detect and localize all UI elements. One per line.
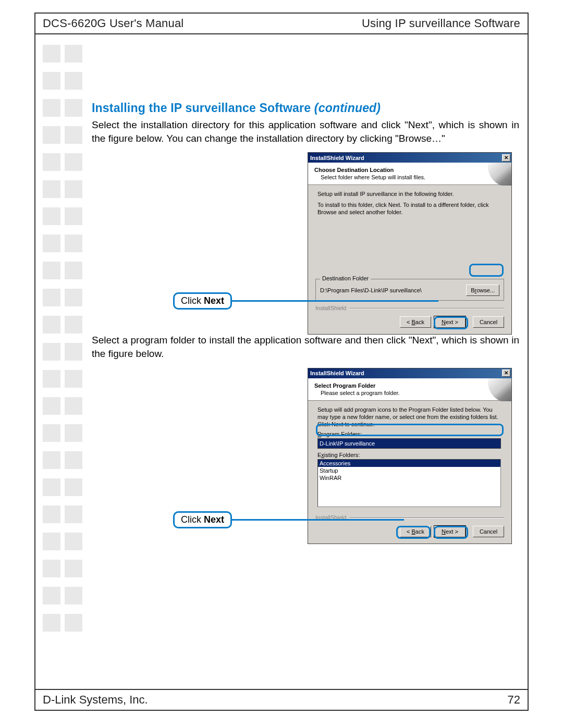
browse-button[interactable]: Browse... <box>466 285 499 296</box>
list-item[interactable]: WinRAR <box>318 474 500 482</box>
section-title-continued: (continued) <box>314 101 381 115</box>
callout-click-next-1: Click Next <box>173 292 438 310</box>
list-item[interactable]: Accessories <box>318 460 500 467</box>
list-item[interactable]: Startup <box>318 467 500 474</box>
highlight-browse <box>469 264 504 277</box>
wizard1-body-line2: To install to this folder, click Next. T… <box>317 201 502 216</box>
footer-company: D-Link Systems, Inc. <box>43 693 148 707</box>
cancel-button[interactable]: Cancel <box>473 316 504 328</box>
existing-folders-list[interactable]: Accessories Startup WinRAR <box>317 459 501 507</box>
close-icon[interactable]: ✕ <box>502 369 510 377</box>
page-curl-icon <box>482 163 511 186</box>
close-icon[interactable]: ✕ <box>502 154 510 162</box>
wizard1-titlebar: InstallShield Wizard ✕ <box>308 153 511 163</box>
destination-folder-legend: Destination Folder <box>320 275 371 281</box>
wizard2-title: InstallShield Wizard <box>310 370 364 376</box>
header-right: Using IP surveillance Software <box>362 17 520 30</box>
callout-connector <box>232 300 438 302</box>
back-button[interactable]: < Back <box>400 316 431 328</box>
wizard2-titlebar: InstallShield Wizard ✕ <box>308 368 511 378</box>
wizard2-body-line1: Setup will add program icons to the Prog… <box>317 406 502 428</box>
callout-box: Click Next <box>173 511 232 528</box>
page-footer: D-Link Systems, Inc. 72 <box>35 689 528 710</box>
existing-folders-label: Existing Folders: <box>317 452 502 458</box>
wizard2-header-title: Select Program Folder <box>314 382 505 389</box>
paragraph-1: Select the installation directory for th… <box>92 118 519 145</box>
program-folder-input[interactable] <box>317 438 501 449</box>
wizard1-header-sub: Select folder where Setup will install f… <box>314 174 505 180</box>
back-button[interactable]: < Back <box>400 526 431 537</box>
paragraph-2: Select a program folder to install the a… <box>92 334 519 360</box>
wizard1-body: Setup will install IP surveillance in th… <box>308 185 511 263</box>
section-title: Installing the IP surveillance Software … <box>92 101 519 115</box>
program-folders-label: Program Folders: <box>317 431 502 437</box>
wizard2-body: Setup will add program icons to the Prog… <box>308 401 511 513</box>
wizard2-figure: InstallShield Wizard ✕ Select Program Fo… <box>92 368 519 534</box>
next-button[interactable]: Next > <box>434 316 466 328</box>
page-header: DCS-6620G User's Manual Using IP surveil… <box>35 14 528 34</box>
manual-page: DCS-6620G User's Manual Using IP surveil… <box>34 13 529 711</box>
wizard1-body-line1: Setup will install IP surveillance in th… <box>317 190 502 198</box>
callout-next: Next <box>204 514 224 525</box>
wizard1-figure: InstallShield Wizard ✕ Choose Destinatio… <box>92 152 519 315</box>
callout-next: Next <box>204 295 224 306</box>
wizard2-header-sub: Please select a program folder. <box>314 390 505 396</box>
content-area: Installing the IP surveillance Software … <box>92 101 519 552</box>
section-title-main: Installing the IP surveillance Software <box>92 101 314 115</box>
decorative-squares <box>43 45 83 641</box>
callout-click: Click <box>181 514 204 525</box>
callout-connector <box>232 519 404 521</box>
wizard1-button-bar: < Back Next > Cancel <box>308 311 511 334</box>
wizard1-title: InstallShield Wizard <box>310 155 364 161</box>
footer-page-number: 72 <box>508 693 520 707</box>
wizard1-header: Choose Destination Location Select folde… <box>308 163 511 185</box>
callout-click: Click <box>181 295 204 306</box>
wizard2-header: Select Program Folder Please select a pr… <box>308 378 511 401</box>
callout-box: Click Next <box>173 292 232 310</box>
callout-click-next-2: Click Next <box>173 511 404 528</box>
cancel-button[interactable]: Cancel <box>473 526 504 537</box>
next-button[interactable]: Next > <box>434 526 466 537</box>
wizard1-header-title: Choose Destination Location <box>314 167 505 173</box>
header-left: DCS-6620G User's Manual <box>43 17 183 30</box>
page-curl-icon <box>482 378 511 401</box>
